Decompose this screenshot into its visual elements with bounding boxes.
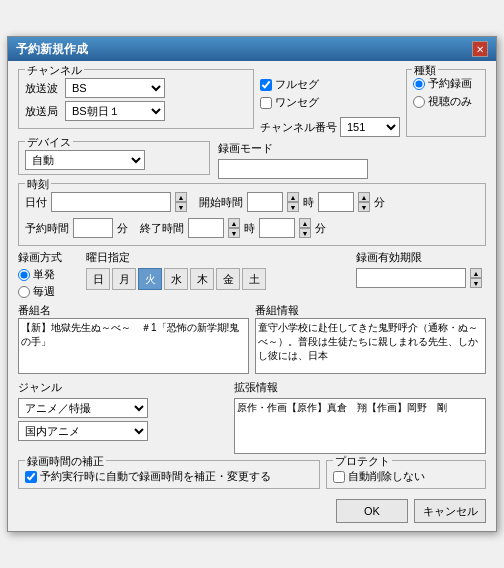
genre-select-2[interactable]: 国内アニメ [18, 421, 148, 441]
date-input[interactable]: 2011年11月22日 [51, 192, 171, 212]
start-min-up[interactable]: ▲ [358, 192, 370, 202]
end-hour-spin: ▲ ▼ [228, 218, 240, 238]
type-radio-record[interactable] [413, 78, 425, 90]
day-btn-fri[interactable]: 金 [216, 268, 240, 290]
hoshoku-checkbox[interactable] [25, 471, 37, 483]
start-hour-up[interactable]: ▲ [287, 192, 299, 202]
yoyaku-label: 予約時間 [25, 221, 69, 236]
date-down-btn[interactable]: ▼ [175, 202, 187, 212]
button-row: OK キャンセル [18, 499, 486, 523]
end-hour-up[interactable]: ▲ [228, 218, 240, 228]
broadcast-select[interactable]: BS [65, 78, 165, 98]
channel-num-label: チャンネル番号 [260, 120, 337, 135]
protect-checkbox-label: 自動削除しない [348, 469, 425, 484]
record-mode-input[interactable] [218, 159, 368, 179]
date-spin: ▲ ▼ [175, 192, 187, 212]
dialog-title: 予約新規作成 [16, 41, 88, 58]
cancel-button[interactable]: キャンセル [414, 499, 486, 523]
ok-button[interactable]: OK [336, 499, 408, 523]
bangumi-label: 番組名 [18, 304, 51, 316]
start-hour-down[interactable]: ▼ [287, 202, 299, 212]
type-label-record: 予約録画 [428, 76, 472, 91]
end-min-input[interactable]: 30 [259, 218, 295, 238]
bangumi-info-section: 番組情報 [255, 303, 486, 376]
oneseg-label: ワンセグ [275, 95, 319, 110]
day-btn-tue[interactable]: 火 [138, 268, 162, 290]
record-mode-label: 録画モード [218, 141, 273, 156]
weekly-radio[interactable] [18, 286, 30, 298]
genre-label: ジャンル [18, 381, 62, 393]
close-button[interactable]: ✕ [472, 41, 488, 57]
day-btn-wed[interactable]: 水 [164, 268, 188, 290]
fullseg-label: フルセグ [275, 77, 319, 92]
type-radio-view[interactable] [413, 96, 425, 108]
start-hour-spin: ▲ ▼ [287, 192, 299, 212]
bangumi-section: 番組名 [18, 303, 249, 376]
time-section: 時刻 日付 2011年11月22日 ▲ ▼ 開始時間 17 ▲ [18, 183, 486, 246]
validity-down[interactable]: ▼ [470, 278, 482, 288]
hoshoku-checkbox-label: 予約実行時に自動で録画時間を補正・変更する [40, 469, 271, 484]
day-btn-sat[interactable]: 土 [242, 268, 266, 290]
protect-checkbox[interactable] [333, 471, 345, 483]
genre-select-1[interactable]: アニメ／特撮 [18, 398, 148, 418]
days-row: 日 月 火 水 木 金 土 [86, 268, 348, 290]
device-select[interactable]: 自動 [25, 150, 145, 170]
channel-section: チャンネル 放送波 BS 放送局 BS朝日１ [18, 69, 254, 137]
channel-num-select[interactable]: 151 [340, 117, 400, 137]
hour-unit-end: 時 [244, 221, 255, 236]
start-min-spin: ▲ ▼ [358, 192, 370, 212]
weekly-label: 毎週 [33, 284, 55, 299]
end-hour-input[interactable]: 17 [188, 218, 224, 238]
end-min-down[interactable]: ▼ [299, 228, 311, 238]
protect-section: プロテクト 自動削除しない [326, 460, 486, 493]
day-btn-mon[interactable]: 月 [112, 268, 136, 290]
yoyaku-input[interactable]: 30 [73, 218, 113, 238]
station-select[interactable]: BS朝日１ [65, 101, 165, 121]
bangumi-info-textarea[interactable] [255, 318, 486, 374]
day-btn-thu[interactable]: 木 [190, 268, 214, 290]
start-min-input[interactable]: 00 [318, 192, 354, 212]
yoyaku-unit: 分 [117, 221, 128, 236]
day-btn-sun[interactable]: 日 [86, 268, 110, 290]
min-unit-start: 分 [374, 195, 385, 210]
oneseg-checkbox[interactable] [260, 97, 272, 109]
extension-label: 拡張情報 [234, 381, 278, 393]
validity-up[interactable]: ▲ [470, 268, 482, 278]
start-min-down[interactable]: ▼ [358, 202, 370, 212]
device-label: デバイス [25, 135, 73, 150]
record-mode-section: 録画モード [218, 141, 486, 179]
title-bar: 予約新規作成 ✕ [8, 37, 496, 61]
extension-section: 拡張情報 [234, 380, 486, 456]
bangumi-textarea[interactable] [18, 318, 249, 374]
single-label: 単発 [33, 267, 55, 282]
device-section: デバイス 自動 [18, 141, 210, 175]
validity-input[interactable]: 2012年11月17日 [356, 268, 466, 288]
channel-group-label: チャンネル [25, 63, 84, 78]
start-hour-input[interactable]: 17 [247, 192, 283, 212]
broadcast-label: 放送波 [25, 81, 61, 96]
genre-section: ジャンル アニメ／特撮 国内アニメ [18, 380, 228, 456]
end-time-label: 終了時間 [140, 221, 184, 236]
start-time-label: 開始時間 [199, 195, 243, 210]
hour-unit-start: 時 [303, 195, 314, 210]
type-group-label: 種類 [412, 63, 438, 78]
end-min-spin: ▲ ▼ [299, 218, 311, 238]
fullseg-checkbox[interactable] [260, 79, 272, 91]
days-section: 曜日指定 日 月 火 水 木 金 土 [86, 250, 348, 290]
extension-textarea[interactable] [234, 398, 486, 454]
date-label: 日付 [25, 195, 47, 210]
dialog-body: チャンネル 放送波 BS 放送局 BS朝日１ [8, 61, 496, 531]
hoshoku-protect-row: 録画時間の補正 予約実行時に自動で録画時間を補正・変更する プロテクト 自動削除… [18, 460, 486, 493]
seg-channel-section: フルセグ ワンセグ チャンネル番号 151 [260, 77, 400, 137]
days-label: 曜日指定 [86, 251, 130, 263]
end-min-up[interactable]: ▲ [299, 218, 311, 228]
time-label: 時刻 [25, 177, 51, 192]
hoshoku-label: 録画時間の補正 [25, 454, 106, 469]
end-hour-down[interactable]: ▼ [228, 228, 240, 238]
single-radio[interactable] [18, 269, 30, 281]
bangumi-row: 番組名 番組情報 [18, 303, 486, 376]
dialog-window: 予約新規作成 ✕ チャンネル 放送波 BS 放送局 [7, 36, 497, 532]
date-up-btn[interactable]: ▲ [175, 192, 187, 202]
genre-extension-row: ジャンル アニメ／特撮 国内アニメ 拡張情報 [18, 380, 486, 456]
type-group: 種類 予約録画 視聴のみ [406, 69, 486, 137]
